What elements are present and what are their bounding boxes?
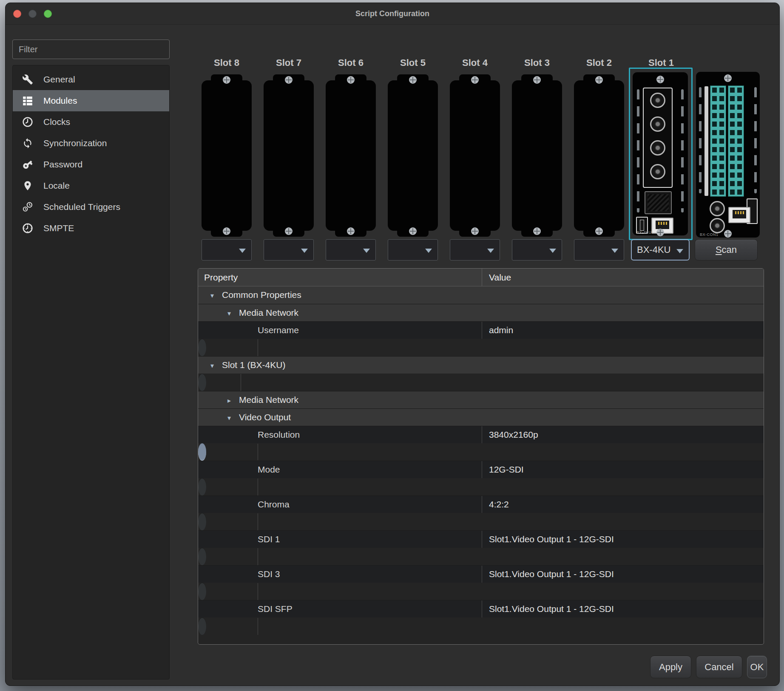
sidebar-item-label: Scheduled Triggers [43,202,120,212]
expand-arrow-icon[interactable]: ▸ [224,392,235,408]
bnc-connector-icon [710,218,725,233]
bnc-panel [643,88,673,188]
terminal-block [728,85,744,197]
value-cell[interactable] [482,304,764,321]
value-column-header: Value [482,269,764,286]
cancel-button[interactable]: Cancel [696,656,742,678]
table-row-sdi-sfp[interactable]: SDI SFPSlot1.Video Output 1 - 12G-SDI [198,600,764,617]
sidebar-item-locale[interactable]: Locale [13,175,169,196]
blank-slot-cover-slot-8[interactable] [202,80,252,231]
slot1-module-card[interactable]: BX-4KU [633,72,688,235]
sidebar-item-synchronization[interactable]: Synchronization [13,133,169,154]
value-cell[interactable]: password [258,339,265,356]
apply-button[interactable]: Apply [650,656,691,678]
blank-slot-cover-slot-4[interactable] [450,80,500,231]
value-cell[interactable] [482,357,764,374]
screw-icon [595,227,603,235]
module-dropdown-slot-7[interactable] [264,239,314,261]
module-dropdown-slot-2[interactable] [574,239,624,261]
title-bar: Script Configuration [6,3,779,25]
controller-module-card[interactable]: BX-CON1 [696,72,760,238]
screw-icon [724,230,732,238]
sidebar-item-label: SMPTE [43,223,74,233]
collapse-arrow-icon[interactable]: ▾ [224,305,235,321]
module-dropdown-slot-6[interactable] [326,239,376,261]
table-row-sdi-4[interactable]: SDI 4Slot1.Video Output 1 - 12G-SDI [198,583,206,600]
value-cell[interactable]: Disabled [258,618,265,635]
value-cell[interactable]: admin [482,322,764,339]
scan-button[interactable]: Scan [695,239,758,261]
screw-icon [223,227,230,235]
table-row-outputs[interactable]: Outputs1 [198,513,206,530]
table-row-chroma[interactable]: Chroma4:2:2 [198,496,764,513]
value-cell[interactable]: 10-bit [258,479,265,496]
property-cell: Mode [198,461,482,478]
table-row-media-network[interactable]: ▾Media Network [198,304,764,321]
value-cell[interactable] [482,391,764,408]
value-cell[interactable]: 60 [258,444,265,460]
blank-slot-cover-slot-3[interactable] [512,80,562,231]
value-cell[interactable]: Slot1.Video Output 1 - 12G-SDI [258,583,265,600]
module-dropdown-slot-4[interactable] [450,239,500,261]
table-row-name[interactable]: Name [198,374,206,391]
collapse-arrow-icon[interactable]: ▾ [207,357,218,374]
collapse-arrow-icon[interactable]: ▾ [224,410,235,426]
blank-slot-cover-slot-6[interactable] [326,80,376,231]
collapse-arrow-icon[interactable]: ▾ [207,287,218,304]
slot1-module-dropdown[interactable]: BX-4KU [631,239,690,261]
module-dropdown-slot-8[interactable] [202,239,252,261]
table-row-sdi-1[interactable]: SDI 1Slot1.Video Output 1 - 12G-SDI [198,530,764,548]
ok-button[interactable]: OK [747,656,767,678]
table-row-video-output[interactable]: ▾Video Output [198,408,764,426]
value-cell[interactable]: 4:2:2 [482,496,764,513]
property-cell: Name [198,374,241,391]
value-cell[interactable]: Slot1.Video Output 1 - 12G-SDI [258,548,265,565]
value-cell[interactable]: 12G-SDI [482,461,764,478]
table-row-displayport[interactable]: DisplayPortDisabled [198,617,206,635]
value-cell[interactable]: Slot1.Video Output 1 - 12G-SDI [482,566,764,583]
property-cell: Frame Rate [198,444,258,460]
screw-icon [471,76,479,84]
value-cell[interactable]: Slot1.Video Output 1 - 12G-SDI [482,531,764,548]
blank-slot-cover-slot-7[interactable] [264,80,314,231]
bnc-connector-icon [710,201,725,216]
table-row-media-network[interactable]: ▸Media Network [198,391,764,408]
table-row-sdi-3[interactable]: SDI 3Slot1.Video Output 1 - 12G-SDI [198,565,764,583]
slot1-selection-frame: BX-4KU [629,68,693,240]
value-cell[interactable] [482,409,764,426]
table-row-common-properties[interactable]: ▾Common Properties [198,286,764,304]
blank-slot-cover-slot-5[interactable] [388,80,438,231]
property-cell: ▾Common Properties [198,286,482,304]
table-row-mode[interactable]: Mode12G-SDI [198,461,764,478]
sidebar-item-modules[interactable]: Modules [13,90,169,111]
value-cell[interactable] [482,286,764,304]
filter-input[interactable] [12,40,170,59]
module-dropdown-slot-3[interactable] [512,239,562,261]
table-row-resolution[interactable]: Resolution3840x2160p [198,426,764,443]
table-row-password-blank-for-default-[interactable]: Password (blank for default)password [198,339,206,356]
table-row-slot-1-bx-4ku-[interactable]: ▾Slot 1 (BX-4KU) [198,356,764,374]
property-cell: ▾Slot 1 (BX-4KU) [198,357,482,374]
slot-header-slot-2: Slot 2 [571,57,627,68]
value-cell[interactable]: Slot1.Video Output 1 - 12G-SDI [482,600,764,617]
table-row-color-depth[interactable]: Color Depth10-bit [198,478,206,496]
sidebar-item-password[interactable]: Password [13,154,169,175]
sidebar-item-smpte[interactable]: SMPTE [13,218,169,239]
screw-icon [285,227,293,235]
table-row-frame-rate[interactable]: Frame Rate60 [198,443,206,461]
sidebar-item-scheduled-triggers[interactable]: Scheduled Triggers [13,196,169,218]
slot-header-slot-6: Slot 6 [323,57,378,68]
property-label: Media Network [239,308,298,317]
sidebar-item-general[interactable]: General [13,69,169,90]
property-cell: Outputs [198,513,258,530]
module-dropdown-slot-5[interactable] [388,239,438,261]
value-cell[interactable]: 1 [258,513,265,530]
sidebar-item-clocks[interactable]: Clocks [13,111,169,133]
value-cell[interactable] [241,374,248,391]
table-row-sdi-2[interactable]: SDI 2Slot1.Video Output 1 - 12G-SDI [198,548,206,565]
value-cell[interactable]: 3840x2160p [482,426,764,443]
table-row-username[interactable]: Usernameadmin [198,321,764,339]
blank-slot-cover-slot-2[interactable] [574,80,624,231]
property-cell: ▾Media Network [198,304,482,321]
modules-list-icon [21,94,34,107]
